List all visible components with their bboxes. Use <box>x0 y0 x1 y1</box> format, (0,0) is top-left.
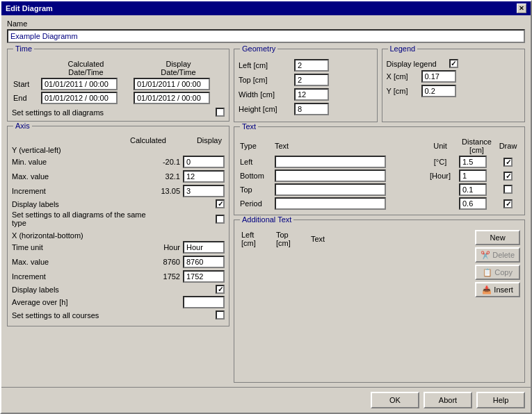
increment2-label: Increment <box>12 272 127 281</box>
text-draw-left-checkbox[interactable] <box>503 158 513 167</box>
text-draw-top-checkbox[interactable] <box>503 185 513 194</box>
y-section-label: Y (vertical-left) <box>12 146 225 154</box>
legend-y-input[interactable] <box>421 85 456 97</box>
text-input-top[interactable] <box>275 183 386 196</box>
abort-button[interactable]: Abort <box>424 392 472 408</box>
new-button[interactable]: New <box>475 230 520 245</box>
legend-group: Legend Display legend X [cm] Y [cm] <box>382 49 526 122</box>
legend-x-row: X [cm] <box>387 70 521 83</box>
geo-width-input[interactable] <box>294 88 329 101</box>
time-end-calc[interactable] <box>41 92 118 104</box>
text-group: Text Type Text Unit Distance[cm] Draw <box>234 126 525 215</box>
edit-diagram-dialog: Edit Diagram ✕ Name Time Calcul <box>0 0 532 414</box>
time-start-label: Start <box>12 77 40 91</box>
time-group: Time CalculatedDate/Time DisplayDate/Tim… <box>7 49 229 122</box>
time-unit-calc: Hour <box>127 243 183 251</box>
set-same-checkbox[interactable] <box>216 215 225 224</box>
time-title: Time <box>13 44 34 53</box>
insert-icon: 📥 <box>482 285 492 295</box>
text-draw-period-checkbox[interactable] <box>503 199 513 208</box>
additional-text-content: Left[cm] Top[cm] Text <box>239 230 520 378</box>
axis-col-calc: Calculated <box>113 136 169 144</box>
text-row-top: Top <box>239 183 520 197</box>
geo-top-row: Top [cm] <box>239 74 373 86</box>
legend-x-input[interactable] <box>421 70 456 83</box>
max-val-display-input[interactable] <box>183 256 225 268</box>
text-col-unit: Unit <box>423 137 458 155</box>
left-panel: Time CalculatedDate/Time DisplayDate/Tim… <box>7 49 229 383</box>
geo-height-input[interactable] <box>294 103 329 115</box>
set-all-row: Set settings to all diagrams <box>12 108 225 117</box>
time-unit-label: Time unit <box>12 243 127 251</box>
time-end-display[interactable] <box>134 92 210 104</box>
text-dist-period[interactable] <box>459 197 487 210</box>
increment2-display-input[interactable] <box>183 270 225 283</box>
geo-height-label: Height [cm] <box>239 105 294 113</box>
geo-left-input[interactable] <box>294 59 329 72</box>
add-text-col-text: Text <box>308 230 471 248</box>
text-input-bottom[interactable] <box>275 169 386 182</box>
set-all-label: Set settings to all diagrams <box>12 108 216 117</box>
geometry-group: Geometry Left [cm] Top [cm] Width [cm] <box>234 49 378 122</box>
legend-x-label: X [cm] <box>387 72 421 81</box>
max-val-label: Max. value <box>12 258 127 266</box>
name-label: Name <box>7 19 525 28</box>
name-input[interactable] <box>7 29 525 43</box>
additional-text-list: Left[cm] Top[cm] Text <box>239 230 471 378</box>
additional-text-title: Additional Text <box>240 215 293 224</box>
display-legend-checkbox[interactable] <box>449 59 458 68</box>
increment-calc: 13.05 <box>127 187 183 195</box>
set-all-diagrams-checkbox[interactable] <box>216 108 225 117</box>
text-dist-top[interactable] <box>459 183 487 196</box>
text-draw-bottom-checkbox[interactable] <box>503 172 513 181</box>
text-dist-left[interactable] <box>459 156 487 168</box>
text-row-bottom: Bottom [Hour] <box>239 169 520 183</box>
insert-button[interactable]: 📥 Insert <box>475 282 520 297</box>
legend-y-row: Y [cm] <box>387 85 521 97</box>
time-start-display[interactable] <box>134 78 210 90</box>
axis-group: Axis Calculated Display Y (vertical-left… <box>7 126 229 326</box>
text-type-period: Period <box>239 197 273 210</box>
min-display-input[interactable] <box>183 156 225 168</box>
max-label: Max. value <box>12 172 127 181</box>
copy-button[interactable]: 📋 Copy <box>475 265 520 280</box>
display-labels-y-checkbox[interactable] <box>216 199 225 208</box>
text-type-bottom: Bottom <box>239 169 273 183</box>
add-text-col-top: Top[cm] <box>273 230 308 248</box>
right-top: Geometry Left [cm] Top [cm] Width [cm] <box>234 49 525 122</box>
legend-display-row: Display legend <box>387 59 521 68</box>
time-col-display: DisplayDate/Time <box>132 59 225 77</box>
geo-left-row: Left [cm] <box>239 59 373 72</box>
main-content: Time CalculatedDate/Time DisplayDate/Tim… <box>7 49 525 383</box>
axis-col-display: Display <box>169 136 225 144</box>
geo-top-input[interactable] <box>294 74 329 86</box>
time-unit-display-input[interactable] <box>183 241 225 254</box>
text-col-type: Type <box>239 137 273 155</box>
text-dist-bottom[interactable] <box>459 169 487 182</box>
max-val-calc: 8760 <box>127 258 183 266</box>
dialog-title: Edit Diagram <box>6 4 53 13</box>
increment-display-input[interactable] <box>183 185 225 197</box>
right-panel: Geometry Left [cm] Top [cm] Width [cm] <box>234 49 525 383</box>
legend-title: Legend <box>388 44 418 53</box>
text-row-left: Left [°C] <box>239 155 520 169</box>
avg-over-input[interactable] <box>183 296 225 308</box>
delete-button[interactable]: ✂️ Delete <box>475 247 520 263</box>
close-button[interactable]: ✕ <box>517 3 526 13</box>
dialog-body: Name Time CalculatedDate/Time DisplayDat… <box>1 15 531 387</box>
text-type-left: Left <box>239 155 273 169</box>
text-input-left[interactable] <box>275 156 386 168</box>
geo-top-label: Top [cm] <box>239 76 294 84</box>
set-courses-checkbox[interactable] <box>216 310 225 320</box>
text-unit-period <box>423 197 458 210</box>
display-labels-x-checkbox[interactable] <box>216 285 225 294</box>
additional-text-table: Left[cm] Top[cm] Text <box>239 230 471 304</box>
side-buttons: New ✂️ Delete 📋 Copy 📥 Inse <box>471 230 520 378</box>
delete-icon: ✂️ <box>481 251 490 260</box>
time-start-calc[interactable] <box>41 78 118 90</box>
legend-y-label: Y [cm] <box>387 87 421 95</box>
text-input-period[interactable] <box>275 197 386 210</box>
ok-button[interactable]: OK <box>371 392 419 408</box>
max-display-input[interactable] <box>183 170 225 183</box>
help-button[interactable]: Help <box>476 392 525 408</box>
